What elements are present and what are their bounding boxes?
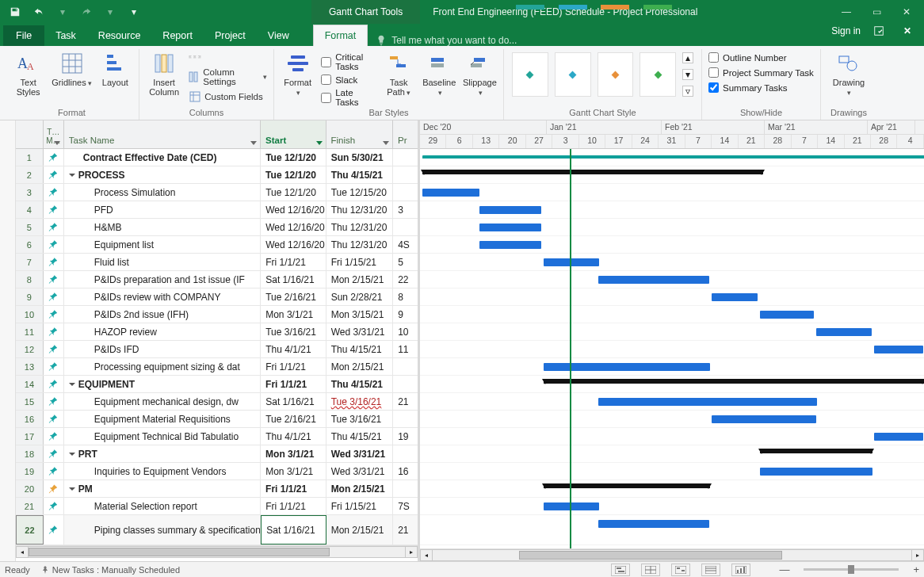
gantt-bar[interactable] bbox=[544, 363, 710, 371]
start-cell[interactable]: Thu 4/1/21 bbox=[261, 428, 326, 445]
row-number[interactable]: 15 bbox=[16, 393, 44, 410]
gantt-bar[interactable] bbox=[479, 224, 541, 231]
table-row[interactable]: 2PROCESSTue 12/1/20Thu 4/15/21 bbox=[16, 166, 418, 184]
gantt-row[interactable] bbox=[420, 323, 924, 341]
task-mode-icon[interactable] bbox=[44, 515, 64, 545]
gantt-row[interactable] bbox=[420, 498, 924, 515]
finish-cell[interactable]: Tue 12/15/20 bbox=[326, 184, 393, 201]
gantt-style-1[interactable] bbox=[512, 52, 548, 97]
col-start[interactable]: Start bbox=[261, 120, 326, 148]
gantt-bar[interactable] bbox=[712, 293, 758, 301]
task-path-button[interactable]: Task Path▾ bbox=[382, 51, 416, 97]
collapse-icon[interactable] bbox=[69, 486, 77, 492]
finish-cell[interactable]: Mon 2/15/21 bbox=[326, 271, 393, 288]
pr-cell[interactable] bbox=[393, 358, 418, 375]
task-mode-icon[interactable] bbox=[44, 445, 64, 462]
table-row[interactable]: 13Processing equipment sizing & datFri 1… bbox=[16, 358, 418, 376]
table-row[interactable]: 3Process SimulationTue 12/1/20Tue 12/15/… bbox=[16, 184, 418, 201]
gantt-row[interactable] bbox=[420, 166, 924, 184]
row-number[interactable]: 6 bbox=[16, 236, 44, 253]
task-mode-icon[interactable] bbox=[44, 463, 64, 480]
start-cell[interactable]: Tue 12/1/20 bbox=[261, 184, 326, 201]
pr-cell[interactable]: 3 bbox=[393, 201, 418, 218]
task-mode-icon[interactable] bbox=[44, 498, 64, 514]
start-cell[interactable]: Mon 3/1/21 bbox=[261, 445, 326, 462]
gantt-row[interactable] bbox=[420, 480, 924, 498]
task-mode-icon[interactable] bbox=[44, 201, 64, 218]
task-mode-icon[interactable] bbox=[44, 428, 64, 445]
task-mode-icon[interactable] bbox=[44, 480, 64, 497]
close-window-icon[interactable]: ✕ bbox=[894, 0, 919, 24]
task-mode-icon[interactable] bbox=[44, 323, 64, 340]
baseline-button[interactable]: Baseline▾ bbox=[422, 51, 456, 97]
row-number[interactable]: 21 bbox=[16, 498, 44, 514]
task-mode-icon[interactable] bbox=[44, 288, 64, 305]
gantt-bar[interactable] bbox=[760, 449, 872, 453]
row-number[interactable]: 2 bbox=[16, 166, 44, 183]
task-name-cell[interactable]: PM bbox=[64, 480, 261, 497]
tab-project[interactable]: Project bbox=[204, 25, 257, 46]
gantt-style-gallery[interactable]: ▴▾▿ bbox=[510, 51, 695, 98]
save-icon[interactable] bbox=[6, 3, 24, 21]
gantt-row[interactable] bbox=[420, 219, 924, 236]
pr-cell[interactable]: 7S bbox=[393, 498, 418, 514]
pr-cell[interactable]: 22 bbox=[393, 271, 418, 288]
zoom-slider[interactable] bbox=[804, 568, 899, 571]
finish-cell[interactable]: Thu 4/15/21 bbox=[326, 341, 393, 357]
align-buttons[interactable] bbox=[189, 51, 267, 63]
undo-icon[interactable] bbox=[30, 3, 48, 21]
minimize-icon[interactable]: — bbox=[834, 0, 859, 24]
pr-cell[interactable] bbox=[393, 166, 418, 183]
scroll-left-icon[interactable]: ◂ bbox=[16, 546, 29, 558]
row-number[interactable]: 16 bbox=[16, 411, 44, 427]
pr-cell[interactable] bbox=[393, 445, 418, 462]
task-mode-icon[interactable] bbox=[44, 271, 64, 288]
row-number[interactable]: 1 bbox=[16, 149, 44, 166]
start-cell[interactable]: Tue 12/1/20 bbox=[261, 166, 326, 183]
col-taskname[interactable]: Task Name bbox=[64, 120, 261, 148]
table-row[interactable]: 11HAZOP reviewTue 3/16/21Wed 3/31/2110 bbox=[16, 323, 418, 341]
start-cell[interactable]: Thu 4/1/21 bbox=[261, 341, 326, 357]
tab-format[interactable]: Format bbox=[313, 25, 368, 46]
gantt-row[interactable] bbox=[420, 445, 924, 463]
gantt-row[interactable] bbox=[420, 411, 924, 428]
col-rownum[interactable] bbox=[16, 120, 44, 148]
start-cell[interactable]: Tue 12/1/20 bbox=[261, 149, 326, 166]
pr-cell[interactable] bbox=[393, 219, 418, 235]
gantt-row[interactable] bbox=[420, 288, 924, 306]
task-name-cell[interactable]: Fluid list bbox=[64, 254, 261, 270]
pr-cell[interactable]: 4S bbox=[393, 236, 418, 253]
pr-cell[interactable] bbox=[393, 149, 418, 166]
col-finish[interactable]: Finish bbox=[326, 120, 393, 148]
gantt-row[interactable] bbox=[420, 428, 924, 445]
task-mode-icon[interactable] bbox=[44, 236, 64, 253]
custom-fields-button[interactable]: Custom Fields bbox=[189, 90, 267, 103]
task-mode-icon[interactable] bbox=[44, 184, 64, 201]
collapse-icon[interactable] bbox=[69, 172, 77, 178]
start-cell[interactable]: Fri 1/1/21 bbox=[261, 498, 326, 514]
task-name-cell[interactable]: PFD bbox=[64, 201, 261, 218]
gridlines-button[interactable]: Gridlines▾ bbox=[52, 51, 91, 88]
start-cell[interactable]: Sat 1/16/21 bbox=[261, 271, 326, 288]
task-name-cell[interactable]: P&IDs review with COMPANY bbox=[64, 288, 261, 305]
task-name-cell[interactable]: Equipment Material Requisitions bbox=[64, 411, 261, 427]
row-number[interactable]: 19 bbox=[16, 463, 44, 480]
tab-view[interactable]: View bbox=[257, 25, 300, 46]
pr-cell[interactable]: 16 bbox=[393, 463, 418, 480]
finish-cell[interactable]: Mon 2/15/21 bbox=[326, 480, 394, 497]
scroll-right-icon[interactable]: ▸ bbox=[405, 546, 418, 558]
gantt-style-3[interactable] bbox=[598, 52, 634, 97]
task-name-cell[interactable]: Equipment mechanical design, dw bbox=[64, 393, 261, 410]
pr-cell[interactable]: 5 bbox=[393, 254, 418, 270]
gantt-bar[interactable] bbox=[874, 433, 923, 441]
collapse-icon[interactable] bbox=[69, 381, 77, 388]
task-name-cell[interactable]: Piping classes summary & specifications bbox=[64, 515, 261, 545]
gantt-row[interactable] bbox=[420, 236, 924, 254]
task-mode-icon[interactable] bbox=[44, 411, 64, 427]
table-row[interactable]: 10P&IDs 2nd issue (IFH)Mon 3/1/21Mon 3/1… bbox=[16, 306, 418, 323]
col-taskmode[interactable]: T…M… bbox=[44, 120, 64, 148]
gantt-bar[interactable] bbox=[544, 502, 599, 510]
redo-icon[interactable] bbox=[78, 3, 95, 21]
row-number[interactable]: 18 bbox=[16, 445, 44, 462]
project-summary-checkbox[interactable]: Project Summary Task bbox=[708, 67, 814, 78]
